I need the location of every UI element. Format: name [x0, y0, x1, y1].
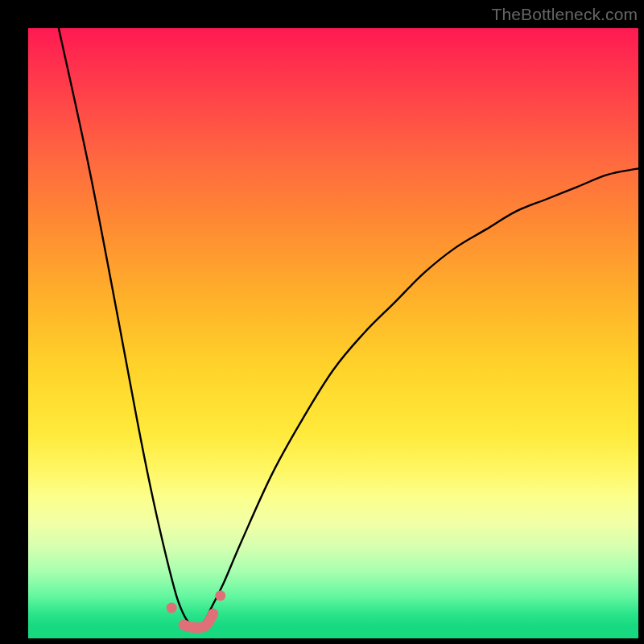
valley-dot	[200, 621, 210, 631]
chart-frame: TheBottleneck.com	[0, 0, 644, 644]
plot-area	[28, 28, 638, 638]
valley-dot	[167, 603, 177, 613]
watermark-text: TheBottleneck.com	[492, 5, 638, 24]
valley-dot	[179, 620, 189, 630]
bottleneck-curve	[59, 28, 638, 627]
curve-svg	[28, 28, 638, 638]
valley-dot	[188, 622, 198, 633]
valley-dot	[215, 590, 225, 601]
valley-dots-group	[167, 590, 226, 632]
valley-dot	[208, 609, 218, 619]
